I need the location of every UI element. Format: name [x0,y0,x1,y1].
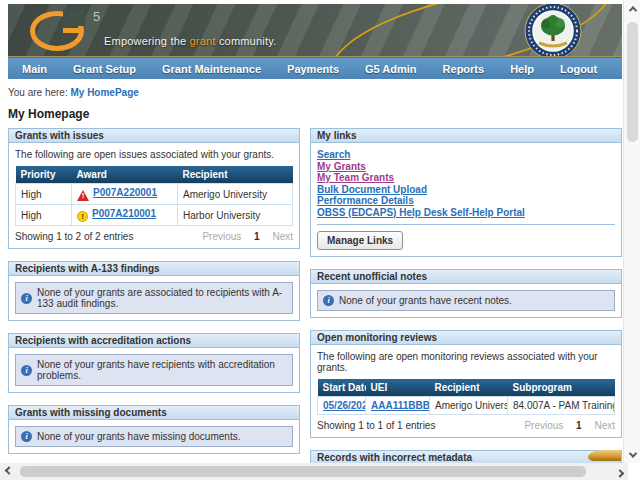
panel-title: Recipients with accreditation actions [9,334,299,348]
vertical-scrollbar[interactable] [623,0,640,463]
panel-description: The following are open monitoring review… [317,351,615,373]
uei-link[interactable]: AAA111BBB222 [371,400,430,411]
red-alert-triangle-icon: ! [77,190,89,201]
page-corner-graphic [588,450,621,461]
col-header-start-date: Start Date [318,379,366,397]
recipient-cell: Harbor University [178,205,293,226]
chevron-down-icon [628,449,636,457]
pagination: Previous 1 Next [192,231,293,242]
page-title: My Homepage [8,107,622,121]
list-item: Performance Details [317,195,615,207]
list-item: My Grants [317,161,615,173]
link-my-grants[interactable]: My Grants [317,161,366,172]
panel-title: Grants with issues [9,129,299,143]
left-column: Grants with issues The following are ope… [8,128,300,466]
scroll-right-button[interactable] [611,463,628,480]
panel-title: Recipients with A-133 findings [9,262,299,276]
panel-accreditation-actions: Recipients with accreditation actions i … [8,333,300,393]
horizontal-scroll-thumb[interactable] [20,466,586,477]
next-page-button[interactable]: Next [272,231,293,242]
showing-entries-text: Showing 1 to 2 of 2 entries [15,231,133,242]
scroll-down-button[interactable] [624,446,640,463]
right-column: My links Search My Grants My Team Grants… [310,128,622,480]
link-obss-help-desk[interactable]: OBSS (EDCAPS) Help Desk Self-Help Portal [317,207,525,218]
table-row: 05/26/2022 AAA111BBB222 Amerigo Universi… [318,397,615,415]
start-date-link[interactable]: 05/26/2022 [323,400,366,411]
award-link[interactable]: P007A220001 [93,187,157,198]
panel-description: The following are open issues associated… [15,149,293,160]
info-message: i None of your grants have recipients wi… [15,354,293,386]
info-text: None of your grants have missing documen… [37,431,240,442]
col-header-recipient: Recipient [430,379,508,397]
col-header-uei: UEI [366,379,430,397]
info-icon: i [323,295,334,306]
g5-header-banner: 5 Empowering the grant community. [8,4,622,57]
nav-payments[interactable]: Payments [287,63,339,75]
panel-unofficial-notes: Recent unofficial notes i None of your g… [310,269,622,318]
two-column-layout: Grants with issues The following are ope… [8,128,622,480]
tagline-suffix: community. [216,35,277,47]
nav-grant-setup[interactable]: Grant Setup [73,63,136,75]
horizontal-scrollbar[interactable] [0,463,628,480]
chevron-right-icon [615,469,623,477]
award-cell: !P007A210001 [72,205,178,226]
panel-title: Open monitoring reviews [311,331,621,345]
panel-title: Recent unofficial notes [311,270,621,284]
previous-page-button[interactable]: Previous [524,420,563,431]
chevron-up-icon [628,6,636,14]
showing-entries-text: Showing 1 to 1 of 1 entries [317,420,435,431]
next-page-button[interactable]: Next [594,420,615,431]
page-number[interactable]: 1 [254,231,260,242]
info-message: i None of your grants have missing docum… [15,426,293,447]
main-nav-bar: Main Grant Setup Grant Maintenance Payme… [8,57,622,79]
nav-reports[interactable]: Reports [443,63,485,75]
list-item: My Team Grants [317,172,615,184]
vertical-scroll-thumb[interactable] [627,22,638,142]
scroll-left-button[interactable] [0,463,17,480]
nav-help[interactable]: Help [510,63,534,75]
page-number[interactable]: 1 [576,420,582,431]
link-my-team-grants[interactable]: My Team Grants [317,172,394,183]
scroll-up-button[interactable] [624,0,640,17]
yellow-warning-circle-icon: ! [77,211,88,222]
my-links-list: Search My Grants My Team Grants Bulk Doc… [317,149,615,218]
page-content: 5 Empowering the grant community. Main G… [8,4,622,480]
link-performance-details[interactable]: Performance Details [317,195,414,206]
link-search[interactable]: Search [317,149,350,160]
info-message: i None of your grants are associated to … [15,282,293,314]
pagination: Previous 1 Next [514,420,615,431]
recipient-cell: Amerigo University [178,184,293,205]
grants-issues-table: Priority Award Recipient High !P007A2200… [15,166,293,226]
recipient-cell: Amerigo University [430,397,508,415]
uei-cell: AAA111BBB222 [366,397,430,415]
table-row: High !P007A220001 Amerigo University [16,184,293,205]
table-row: High !P007A210001 Harbor University [16,205,293,226]
nav-g5-admin[interactable]: G5 Admin [365,63,417,75]
panel-missing-documents: Grants with missing documents i None of … [8,405,300,454]
browser-viewport: 5 Empowering the grant community. Main G… [0,0,640,480]
nav-main[interactable]: Main [22,63,47,75]
panel-title: My links [311,129,621,143]
col-header-recipient: Recipient [178,166,293,184]
list-item: Search [317,149,615,161]
col-header-priority: Priority [16,166,72,184]
panel-title: Grants with missing documents [9,406,299,420]
info-icon: i [21,431,32,442]
manage-links-button[interactable]: Manage Links [317,231,403,250]
g5-logo-icon [30,11,84,51]
panel-monitoring-reviews: Open monitoring reviews The following ar… [310,330,622,438]
department-of-education-seal-icon [524,4,582,57]
list-item: Bulk Document Upload [317,184,615,196]
nav-logout[interactable]: Logout [560,63,597,75]
info-text: None of your grants have recipients with… [37,359,287,381]
previous-page-button[interactable]: Previous [202,231,241,242]
nav-grant-maintenance[interactable]: Grant Maintenance [162,63,261,75]
link-bulk-document-upload[interactable]: Bulk Document Upload [317,184,427,195]
col-header-award: Award [72,166,178,184]
start-date-cell: 05/26/2022 [318,397,366,415]
breadcrumb-current-link[interactable]: My HomePage [70,87,138,98]
g5-logo-five: 5 [93,9,100,24]
award-link[interactable]: P007A210001 [92,208,156,219]
award-cell: !P007A220001 [72,184,178,205]
panel-a133-findings: Recipients with A-133 findings i None of… [8,261,300,321]
